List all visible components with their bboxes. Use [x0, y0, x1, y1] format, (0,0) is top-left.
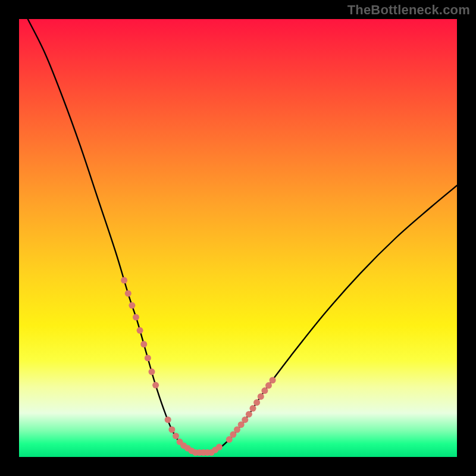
plot-background [19, 19, 457, 457]
watermark-text: TheBottleneck.com [347, 2, 470, 18]
chart-frame: TheBottleneck.com [0, 0, 476, 476]
